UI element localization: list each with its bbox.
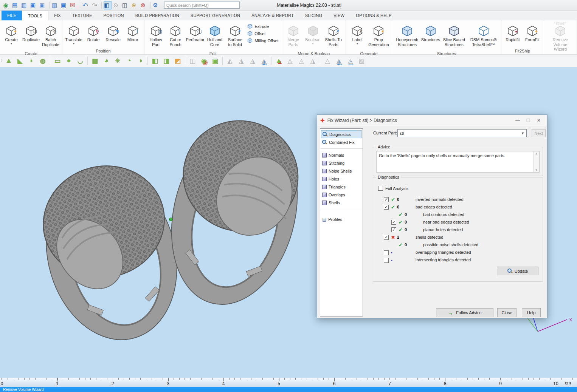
marking-tool-icon[interactable]: ◣	[15, 56, 25, 66]
quick-access-icon[interactable]: ▥	[51, 1, 60, 9]
ribbon-button[interactable]: Hull and Core	[205, 21, 225, 51]
scroll-up-icon[interactable]: ▲	[535, 152, 538, 155]
ribbon-button[interactable]: Slice Based Structures	[441, 21, 468, 51]
sidebar-page-item[interactable]: Overlaps	[321, 191, 362, 199]
quick-access-icon[interactable]	[150, 2, 150, 9]
marking-tool-icon[interactable]: ◮	[248, 56, 257, 66]
ribbon-small-button[interactable]: Milling Offset	[245, 37, 280, 44]
close-button[interactable]: Close	[497, 308, 517, 317]
ribbon-tab[interactable]: TOOLS	[22, 11, 48, 20]
ribbon-tab[interactable]: ANALYZE & REPORT	[246, 11, 299, 20]
marking-tool-icon[interactable]: ◍	[38, 56, 48, 66]
ribbon-button[interactable]: ⋮ Mirror	[123, 21, 143, 46]
diagnostic-checkbox[interactable]: ✓	[391, 220, 396, 225]
ribbon-button[interactable]: ◯ Perforator	[185, 21, 205, 51]
sidebar-page-item[interactable]: Stitching	[321, 159, 362, 167]
sidebar-page-item[interactable]: ▤ Profiles	[321, 215, 362, 223]
quick-access-icon[interactable]	[80, 2, 80, 9]
quick-access-icon[interactable]: ⚙	[152, 1, 161, 9]
marking-tool-icon[interactable]	[320, 57, 320, 65]
marking-tool-icon[interactable]: ▲	[274, 56, 284, 66]
marking-tool-icon[interactable]: ◬	[296, 56, 306, 66]
diagnostic-checkbox[interactable]: ✓	[384, 205, 389, 210]
marking-tool-icon[interactable]	[147, 57, 148, 65]
ribbon-button[interactable]: ↻ Rotate	[84, 21, 103, 46]
follow-advice-button[interactable]: → Follow Advice	[436, 308, 493, 317]
diagnostic-checkbox[interactable]: ✓	[391, 227, 396, 232]
marking-tool-icon[interactable]: △	[345, 56, 355, 66]
quick-access-icon[interactable]: ◧	[104, 1, 112, 9]
marking-tool-icon[interactable]: ◬	[285, 56, 295, 66]
quick-access-icon[interactable]: ⊙	[113, 1, 121, 9]
current-part-select[interactable]: stl ▼	[397, 129, 527, 137]
ribbon-button[interactable]: ✦ Prop Generation	[367, 21, 390, 51]
sidebar-page-item[interactable]: Noise Shells	[321, 167, 362, 175]
marking-tool-icon[interactable]: ▨	[357, 56, 366, 66]
ribbon-tab[interactable]: BUILD PREPARATION	[130, 11, 185, 20]
ribbon-button[interactable]: ↗ Shells To Parts	[323, 21, 344, 51]
sidebar-page-item[interactable]: Shells	[321, 199, 362, 207]
ribbon-button[interactable]: ✕ DSM Somos® TetraShell™	[468, 21, 499, 51]
marking-tool-icon[interactable]: ◭	[334, 56, 344, 66]
ribbon-tab[interactable]: TEXTURE	[67, 11, 98, 20]
diagnostic-checkbox[interactable]	[384, 258, 389, 263]
marking-tool-icon[interactable]: ◮	[308, 56, 318, 66]
ribbon-button[interactable]: ▨ Hollow Part	[146, 21, 166, 51]
sidebar-page-item[interactable]: Triangles	[321, 183, 362, 191]
marking-tool-icon[interactable]: ◭	[225, 56, 235, 66]
ribbon-small-button[interactable]: Offset	[245, 30, 280, 37]
marking-tool-icon[interactable]: ◧	[150, 56, 160, 66]
ribbon-button[interactable]: ✦ Create ▾	[2, 21, 21, 51]
sidebar-page-item[interactable]: Holes	[321, 175, 362, 183]
quick-access-icon[interactable]: ↶ ▾	[82, 1, 90, 9]
ribbon-button[interactable]: CONCEPT LASER Remove Volume Wizard	[546, 21, 575, 56]
ribbon-button[interactable]: ◥ Rescale	[103, 21, 123, 46]
quick-search-input[interactable]	[164, 2, 240, 9]
dialog-title-bar[interactable]: ✚ Fix Wizard (Part: stl) > Diagnostics —…	[317, 115, 547, 126]
quick-access-icon[interactable]: ▣	[39, 1, 47, 9]
marking-tool-icon[interactable]: ▣	[210, 56, 220, 66]
sidebar-page-item[interactable]: Normals	[321, 151, 362, 159]
marking-tool-icon[interactable]	[271, 57, 271, 65]
ribbon-button[interactable]: ↗ Surface to Solid	[225, 21, 245, 51]
quick-access-icon[interactable]: ▣	[30, 1, 38, 9]
quick-access-icon[interactable]: ↷ ▾	[91, 1, 99, 9]
marking-tool-icon[interactable]: ◉	[199, 56, 209, 66]
ribbon-tab[interactable]: SUPPORT GENERATION	[185, 11, 246, 20]
diagnostic-checkbox[interactable]: ✓	[384, 235, 389, 240]
minimize-button[interactable]: —	[512, 117, 523, 124]
ribbon-button[interactable]: Merge Parts	[284, 21, 303, 51]
quick-access-icon[interactable]	[101, 2, 102, 9]
close-icon[interactable]: ✕	[534, 117, 544, 124]
marking-tool-icon[interactable]: ▩	[90, 56, 100, 66]
marking-tool-icon[interactable]: ◔	[124, 56, 134, 66]
ribbon-button[interactable]: Structures	[421, 21, 441, 51]
ribbon-button[interactable]: Boolean ▾	[303, 21, 323, 51]
marking-tool-icon[interactable]: ◨	[161, 56, 171, 66]
marking-tool-icon[interactable]: ◗	[26, 56, 36, 66]
ribbon-tab[interactable]: SLICING	[299, 11, 328, 20]
marking-tool-icon[interactable]: △	[323, 56, 332, 66]
ribbon-button[interactable]: ● Rapidfit	[503, 21, 523, 46]
quick-access-icon[interactable]: ⊗	[140, 1, 148, 9]
ribbon-button[interactable]: ╲ Cut or Punch	[166, 21, 185, 51]
toolbar-grip[interactable]: ⁞	[1, 59, 2, 63]
marking-tool-icon[interactable]	[50, 57, 50, 65]
advice-scrollbar[interactable]: ▲ ▼	[533, 151, 539, 172]
help-button[interactable]: Help	[522, 308, 541, 317]
marking-tool-icon[interactable]: ◡	[75, 56, 85, 66]
marking-tool-icon[interactable]: ◭	[259, 56, 269, 66]
marking-tool-icon[interactable]: ◕	[101, 56, 111, 66]
ribbon-button[interactable]: ✦ FormFit	[523, 21, 542, 46]
marking-tool-icon[interactable]: ◑	[135, 56, 145, 66]
ribbon-button[interactable]: A Label ▾	[347, 21, 367, 51]
marking-tool-icon[interactable]: ▭	[53, 56, 62, 66]
ribbon-button[interactable]: ❏ Duplicate	[21, 21, 41, 51]
ribbon-tab[interactable]: FILE	[2, 11, 22, 20]
scroll-down-icon[interactable]: ▼	[535, 168, 538, 172]
quick-access-icon[interactable]	[49, 2, 50, 9]
update-button[interactable]: Update	[497, 267, 538, 275]
quick-access-icon[interactable]: ▥	[21, 1, 29, 9]
maximize-button[interactable]: ☐	[523, 117, 534, 124]
full-analysis-checkbox[interactable]	[378, 186, 383, 191]
